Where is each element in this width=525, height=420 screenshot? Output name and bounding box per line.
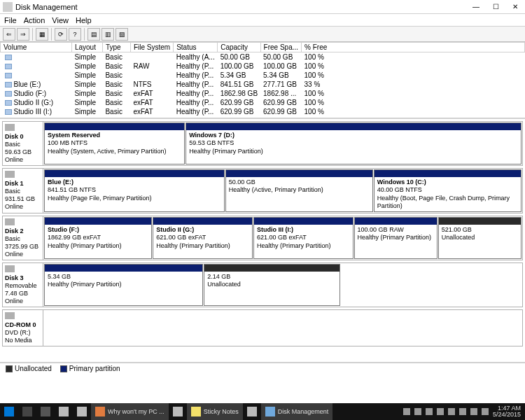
col-layout[interactable]: Layout <box>71 43 102 52</box>
col-free[interactable]: Free Spa... <box>260 43 301 52</box>
app-icon <box>247 407 257 416</box>
search-button[interactable] <box>18 403 36 420</box>
taskbar-app-firefox[interactable]: Why won't my PC ... <box>91 403 169 420</box>
volume-row[interactable]: Studio (F:)SimpleBasicexFATHealthy (P...… <box>1 89 525 98</box>
partition-color-bar <box>374 170 521 177</box>
system-tray[interactable]: 1:47 AM 5/24/2015 <box>403 405 525 418</box>
disk-sidebar[interactable]: CD-ROM 0DVD (R:)No Media <box>3 310 43 346</box>
disk-sidebar[interactable]: Disk 0Basic59.63 GBOnline <box>3 122 43 165</box>
volume-name: Blue (E:) <box>1 80 72 89</box>
partition-color-bar <box>45 123 184 130</box>
menu-help[interactable]: Help <box>76 16 92 24</box>
partition[interactable]: 50.00 GBHealthy (Active, Primary Partiti… <box>225 169 373 212</box>
taskbar-app-misc2[interactable] <box>243 403 261 420</box>
legend: Unallocated Primary partition <box>0 363 525 374</box>
volume-row[interactable]: Blue (E:)SimpleBasicNTFSHealthy (P...841… <box>1 80 525 89</box>
partition-title: Windows 7 (D:) <box>189 132 518 139</box>
app-icon <box>173 407 183 416</box>
taskbar-clock[interactable]: 1:47 AM 5/24/2015 <box>493 405 521 418</box>
tray-icon[interactable] <box>437 408 444 415</box>
taskbar-app-diskmgmt[interactable]: Disk Management <box>261 403 333 420</box>
disk-sidebar[interactable]: Disk 1Basic931.51 GBOnline <box>3 169 43 213</box>
refresh-button[interactable]: ⟳ <box>55 28 67 41</box>
volume-pct: 100 % <box>302 71 525 80</box>
volume-icon <box>5 82 12 88</box>
col-fs[interactable]: File System <box>130 43 173 52</box>
col-type[interactable]: Type <box>102 43 130 52</box>
disk-icon <box>5 171 15 178</box>
volume-name <box>1 62 72 71</box>
volume-row[interactable]: Studio II (G:)SimpleBasicexFATHealthy (P… <box>1 98 525 107</box>
toolbar-btn-1[interactable]: ▦ <box>36 28 48 41</box>
minimize-button[interactable] <box>466 0 486 14</box>
taskbar-app-stickynotes[interactable]: Sticky Notes <box>187 403 243 420</box>
partition-status: Healthy (Primary Partition) <box>358 234 434 241</box>
partition[interactable]: 521.00 GBUnallocated <box>438 217 522 259</box>
tray-icon[interactable] <box>414 408 421 415</box>
disk-status: No Media <box>5 337 41 344</box>
toolbar-btn-5[interactable]: ▥ <box>102 28 114 41</box>
start-button[interactable] <box>0 403 18 420</box>
tray-icon[interactable] <box>470 408 477 415</box>
tray-volume-icon[interactable] <box>459 408 466 415</box>
tray-network-icon[interactable] <box>448 408 455 415</box>
partition[interactable]: 2.14 GBUnallocated <box>204 264 340 306</box>
partition[interactable]: Studio (F:)1862.99 GB exFATHealthy (Prim… <box>44 217 152 259</box>
volume-table[interactable]: Volume Layout Type File System Status Ca… <box>0 42 525 119</box>
partition-status: Unallocated <box>207 281 337 288</box>
volume-row[interactable]: Studio III (I:)SimpleBasicexFATHealthy (… <box>1 107 525 116</box>
tray-icon[interactable] <box>403 408 410 415</box>
disk-name: CD-ROM 0 <box>5 321 41 328</box>
partition-size: 100.00 GB RAW <box>358 226 434 234</box>
volume-layout: Simple <box>71 107 102 116</box>
menu-view[interactable]: View <box>52 16 69 24</box>
partition-size: 100 MB NTFS <box>48 139 181 147</box>
back-button[interactable]: ⇐ <box>3 28 15 41</box>
close-button[interactable] <box>505 0 525 14</box>
col-volume[interactable]: Volume <box>1 43 72 52</box>
volume-name <box>1 52 72 62</box>
col-status[interactable]: Status <box>174 43 218 52</box>
disk-sidebar[interactable]: Disk 3Removable7.48 GBOnline <box>3 263 43 307</box>
toolbar-btn-4[interactable]: ▤ <box>88 28 100 41</box>
partition[interactable]: 100.00 GB RAWHealthy (Primary Partition) <box>354 217 438 259</box>
partition-color-bar <box>45 265 202 272</box>
partition[interactable]: 5.34 GBHealthy (Primary Partition) <box>44 264 203 306</box>
partition[interactable]: Studio II (G:)621.00 GB exFATHealthy (Pr… <box>153 217 253 259</box>
partition[interactable]: Windows 10 (C:)40.00 GB NTFSHealthy (Boo… <box>374 169 522 212</box>
toolbar-btn-6[interactable]: ▧ <box>115 28 128 41</box>
volume-free: 50.00 GB <box>260 52 301 62</box>
tray-icon[interactable] <box>482 408 489 415</box>
taskbar-app-misc[interactable] <box>169 403 187 420</box>
col-pct[interactable]: % Free <box>302 43 525 52</box>
help-button[interactable]: ? <box>69 28 81 41</box>
volume-header-row[interactable]: Volume Layout Type File System Status Ca… <box>1 43 525 52</box>
menu-file[interactable]: File <box>4 16 17 24</box>
disk-sidebar[interactable]: Disk 2Basic3725.99 GBOnline <box>3 216 43 260</box>
window-title: Disk Management <box>15 3 78 11</box>
taskbar-app-store[interactable] <box>73 403 91 420</box>
partition[interactable]: Blue (E:)841.51 GB NTFSHealthy (Page Fil… <box>44 169 225 212</box>
col-capacity[interactable]: Capacity <box>218 43 260 52</box>
task-view-icon <box>41 407 50 416</box>
partition-color-bar <box>153 218 252 225</box>
disk-name: Disk 1 <box>5 180 41 187</box>
volume-capacity: 1862.98 GB <box>218 89 260 98</box>
partition[interactable]: System Reserved100 MB NTFSHealthy (Syste… <box>44 122 185 164</box>
volume-type: Basic <box>102 89 130 98</box>
partition[interactable]: Windows 7 (D:)59.53 GB NTFSHealthy (Prim… <box>186 122 522 164</box>
partition-color-bar <box>254 218 353 225</box>
partition-title: System Reserved <box>48 132 181 139</box>
volume-row[interactable]: SimpleBasicHealthy (P...5.34 GB5.34 GB10… <box>1 71 525 80</box>
taskbar-app-explorer[interactable] <box>55 403 73 420</box>
disk-icon <box>5 124 15 131</box>
tray-icon[interactable] <box>426 408 433 415</box>
partition[interactable]: Studio III (I:)621.00 GB exFATHealthy (P… <box>253 217 354 259</box>
menu-action[interactable]: Action <box>24 16 46 24</box>
volume-row[interactable]: SimpleBasicRAWHealthy (P...100.00 GB100.… <box>1 62 525 71</box>
task-view-button[interactable] <box>36 403 55 420</box>
maximize-button[interactable] <box>486 0 505 14</box>
forward-button[interactable]: ⇒ <box>17 28 29 41</box>
volume-fs: RAW <box>130 62 173 71</box>
volume-row[interactable]: SimpleBasicHealthy (A...50.00 GB50.00 GB… <box>1 52 525 62</box>
